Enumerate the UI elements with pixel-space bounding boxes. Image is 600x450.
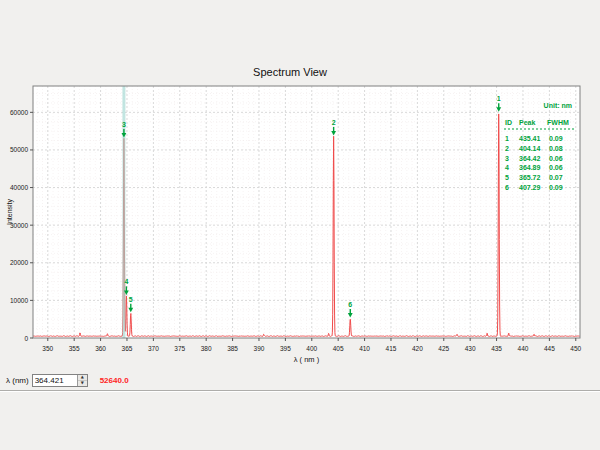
legend-cell-id: 6 xyxy=(505,184,509,191)
x-tick-label: 430 xyxy=(465,345,476,352)
peak-marker-label: 5 xyxy=(129,296,133,303)
y-tick-label: 20000 xyxy=(10,259,28,266)
legend-cell-id: 3 xyxy=(505,155,509,162)
y-tick-label: 10000 xyxy=(10,297,28,304)
peak-marker-label: 3 xyxy=(122,121,126,128)
y-tick-label: 50000 xyxy=(10,146,28,153)
y-tick-label: 60000 xyxy=(10,109,28,116)
legend-cell-peak: 404.14 xyxy=(519,145,541,152)
x-tick-label: 405 xyxy=(333,345,344,352)
x-tick-label: 375 xyxy=(174,345,185,352)
spectrum-view-window: Spectrum View 123456Unit: nmIDPeakFWHM14… xyxy=(0,0,600,450)
legend-header-peak: Peak xyxy=(519,119,535,126)
peak-marker-label: 2 xyxy=(332,119,336,126)
legend-cell-peak: 364.89 xyxy=(519,164,541,171)
x-axis-title: λ ( nm ) xyxy=(294,355,320,364)
legend-cell-peak: 364.42 xyxy=(519,155,541,162)
x-tick-label: 385 xyxy=(227,345,238,352)
spin-down-button[interactable]: ▼ xyxy=(78,381,87,386)
wavelength-label: λ (nm) xyxy=(6,376,29,385)
legend-cell-id: 4 xyxy=(505,164,509,171)
x-tick-label: 380 xyxy=(201,345,212,352)
x-tick-label: 390 xyxy=(254,345,265,352)
intensity-readout: 52640.0 xyxy=(100,376,129,385)
peak-marker-label: 1 xyxy=(497,95,501,102)
legend-cell-fwhm: 0.09 xyxy=(549,184,563,191)
legend-cell-fwhm: 0.06 xyxy=(549,164,563,171)
x-tick-label: 400 xyxy=(306,345,317,352)
legend-header-id: ID xyxy=(505,119,512,126)
x-tick-label: 355 xyxy=(69,345,80,352)
legend-cell-peak: 407.29 xyxy=(519,184,541,191)
legend-cell-id: 2 xyxy=(505,145,509,152)
x-tick-label: 365 xyxy=(122,345,133,352)
legend-unit-label: Unit: nm xyxy=(544,102,572,109)
x-tick-label: 450 xyxy=(570,345,581,352)
x-tick-label: 350 xyxy=(42,345,53,352)
wavelength-input-group: ▲ ▼ xyxy=(32,374,88,387)
legend-cell-fwhm: 0.06 xyxy=(549,155,563,162)
legend-cell-fwhm: 0.07 xyxy=(549,174,563,181)
x-tick-label: 370 xyxy=(148,345,159,352)
x-tick-label: 445 xyxy=(544,345,555,352)
legend-header-fwhm: FWHM xyxy=(547,119,569,126)
x-tick-label: 395 xyxy=(280,345,291,352)
x-tick-label: 415 xyxy=(386,345,397,352)
x-tick-label: 425 xyxy=(438,345,449,352)
wavelength-spinner: ▲ ▼ xyxy=(77,375,87,386)
legend-cell-id: 1 xyxy=(505,135,509,142)
status-bar: λ (nm) ▲ ▼ 52640.0 xyxy=(0,371,600,389)
legend-cell-id: 5 xyxy=(505,174,509,181)
x-tick-label: 360 xyxy=(95,345,106,352)
x-tick-label: 420 xyxy=(412,345,423,352)
y-tick-label: 40000 xyxy=(10,184,28,191)
statusbar-divider xyxy=(0,390,600,392)
legend-cell-peak: 435.41 xyxy=(519,135,541,142)
peak-marker-label: 6 xyxy=(348,301,352,308)
y-tick-label: 0 xyxy=(24,335,28,342)
y-axis-title: Intensity xyxy=(6,198,14,225)
legend-cell-fwhm: 0.08 xyxy=(549,145,563,152)
x-tick-label: 410 xyxy=(359,345,370,352)
wavelength-input[interactable] xyxy=(33,375,77,386)
peak-marker-label: 4 xyxy=(124,278,128,285)
x-tick-label: 440 xyxy=(518,345,529,352)
x-tick-label: 435 xyxy=(491,345,502,352)
legend-cell-fwhm: 0.09 xyxy=(549,135,563,142)
legend-cell-peak: 365.72 xyxy=(519,174,541,181)
